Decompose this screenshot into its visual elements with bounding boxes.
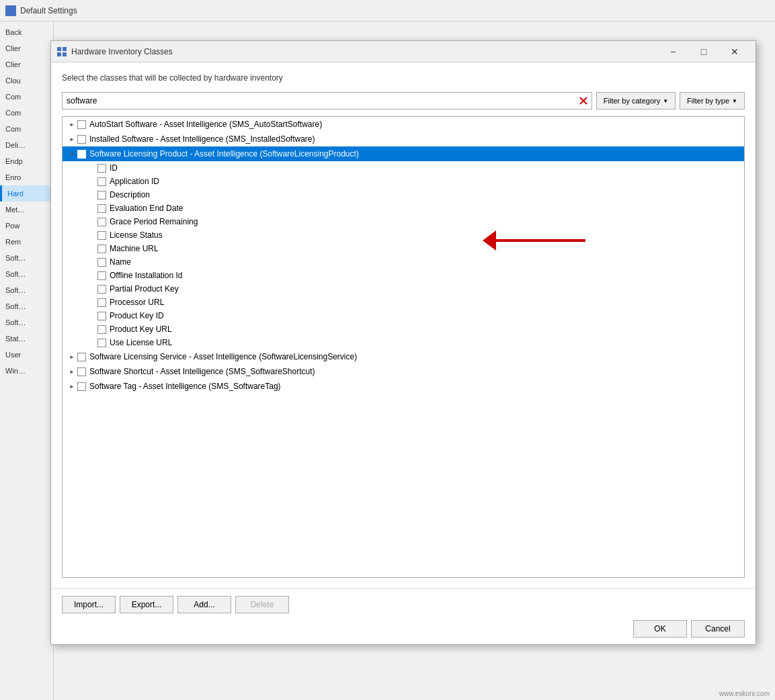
footer-action-buttons: Import... Export... Add... Delete [62,596,745,613]
sidebar-item-soft[interactable]: Soft… [0,266,53,282]
checkbox-c-prodkeyid[interactable] [97,312,106,320]
export-button[interactable]: Export... [120,596,173,613]
checkbox-c-desc[interactable] [97,191,106,200]
tree-item-c-licstatus[interactable]: License Status [63,228,744,242]
tree-item-c-appid[interactable]: Application ID [63,175,744,188]
cancel-button[interactable]: Cancel [691,620,745,638]
sidebar-item-deli[interactable]: Deli… [0,137,53,153]
tree-item-c-name[interactable]: Name [63,255,744,269]
dialog-window-controls: − □ ✕ [657,41,750,62]
tree-item-c-prodkeyid[interactable]: Product Key ID [63,309,744,322]
sidebar-item-clou[interactable]: Clou [0,73,53,89]
sidebar-item-enro[interactable]: Enro [0,169,53,185]
tree-item-c-procurl[interactable]: Processor URL [63,296,744,309]
tree-expander-shortcut[interactable]: ► [67,366,77,377]
tree-label-c-name: Name [110,257,131,267]
checkbox-c-procurl[interactable] [97,298,106,307]
add-button[interactable]: Add... [177,596,231,613]
checkbox-tag[interactable] [77,382,86,391]
dialog-title: Hardware Inventory Classes [71,47,653,56]
sidebar-item-win[interactable]: Win… [0,363,53,379]
sidebar-item-stat[interactable]: Stat… [0,331,53,347]
tree-item-licensing[interactable]: ▼Software Licensing Product - Asset Inte… [63,146,744,161]
checkbox-shortcut[interactable] [77,367,86,376]
tree-item-tag[interactable]: ►Software Tag - Asset Intelligence (SMS_… [63,379,744,394]
sidebar-item-soft[interactable]: Soft… [0,250,53,266]
checkbox-installed[interactable] [77,135,86,144]
sidebar-item-com[interactable]: Com [0,89,53,105]
sidebar-item-met[interactable]: Met… [0,202,53,218]
svg-rect-3 [11,11,15,15]
tree-item-c-offlineid[interactable]: Offline Installation Id [63,269,744,282]
maximize-button[interactable]: □ [688,41,719,62]
tree-expander-licensing[interactable]: ▼ [67,148,77,159]
tree-item-c-partkey[interactable]: Partial Product Key [63,282,744,296]
sidebar-item-soft[interactable]: Soft… [0,298,53,314]
checkbox-c-uselicurl[interactable] [97,339,106,347]
checkbox-c-grace[interactable] [97,218,106,226]
sidebar-item-com[interactable]: Com [0,105,53,121]
tree-item-autostart[interactable]: ►AutoStart Software - Asset Intelligence… [63,117,744,132]
checkbox-c-prodkeyurl[interactable] [97,325,106,334]
checkbox-c-evalend[interactable] [97,204,106,213]
svg-rect-4 [57,47,61,51]
sidebar-item-endp[interactable]: Endp [0,153,53,169]
tree-label-installed: Installed Software - Asset Intelligence … [89,134,315,144]
tree-expander-installed[interactable]: ► [67,134,77,144]
checkbox-licensing[interactable] [77,150,86,159]
search-clear-button[interactable] [575,93,592,109]
tree-label-c-id: ID [110,163,118,173]
close-button[interactable]: ✕ [719,41,750,62]
sidebar-item-soft[interactable]: Soft… [0,314,53,331]
checkbox-c-id[interactable] [97,164,106,173]
svg-rect-2 [6,11,10,15]
search-input-wrapper [62,92,592,110]
tree-item-c-machurl[interactable]: Machine URL [63,242,744,255]
hardware-inventory-dialog: Hardware Inventory Classes − □ ✕ Select … [50,40,756,645]
dialog-description: Select the classes that will be collecte… [62,73,745,83]
tree-item-c-evalend[interactable]: Evaluation End Date [63,202,744,215]
tree-label-service: Software Licensing Service - Asset Intel… [89,352,357,361]
ok-button[interactable]: OK [633,620,687,638]
checkbox-service[interactable] [77,353,86,361]
checkbox-autostart[interactable] [77,120,86,129]
checkbox-c-machurl[interactable] [97,245,106,253]
tree-label-c-appid: Application ID [110,177,159,186]
sidebar-item-soft[interactable]: Soft… [0,282,53,298]
tree-item-shortcut[interactable]: ►Software Shortcut - Asset Intelligence … [63,364,744,379]
minimize-button[interactable]: − [657,41,688,62]
tree-expander-tag[interactable]: ► [67,381,77,392]
footer-confirm-buttons: OK Cancel [62,620,745,638]
tree-item-c-grace[interactable]: Grace Period Remaining [63,215,744,228]
import-button[interactable]: Import... [62,596,116,613]
class-tree-container: ►AutoStart Software - Asset Intelligence… [62,116,745,578]
sidebar-item-hard[interactable]: Hard [0,185,53,202]
tree-label-c-prodkeyid: Product Key ID [110,311,164,320]
tree-item-installed[interactable]: ►Installed Software - Asset Intelligence… [63,132,744,146]
tree-item-c-desc[interactable]: Description [63,188,744,202]
checkbox-c-offlineid[interactable] [97,271,106,280]
filter-by-type-button[interactable]: Filter by type ▼ [680,92,745,110]
delete-button[interactable]: Delete [235,596,289,613]
tree-expander-autostart[interactable]: ► [67,119,77,130]
tree-item-c-id[interactable]: ID [63,161,744,175]
sidebar-item-pow[interactable]: Pow [0,218,53,234]
checkbox-c-licstatus[interactable] [97,231,106,240]
checkbox-c-partkey[interactable] [97,285,106,294]
search-input[interactable] [63,93,575,109]
sidebar-item-com[interactable]: Com [0,121,53,137]
tree-item-c-prodkeyurl[interactable]: Product Key URL [63,322,744,336]
sidebar-item-clier[interactable]: Clier [0,56,53,73]
sidebar: BackClierClierClouComComComDeli…EndpEnro… [0,21,54,700]
sidebar-item-rem[interactable]: Rem [0,234,53,250]
sidebar-item-back[interactable]: Back [0,24,53,40]
sidebar-item-clier[interactable]: Clier [0,40,53,56]
tree-item-c-uselicurl[interactable]: Use License URL [63,336,744,349]
tree-item-service[interactable]: ►Software Licensing Service - Asset Inte… [63,349,744,364]
checkbox-c-name[interactable] [97,258,106,267]
tree-label-licensing: Software Licensing Product - Asset Intel… [89,149,359,159]
sidebar-item-user[interactable]: User [0,347,53,363]
filter-by-category-button[interactable]: Filter by category ▼ [596,92,676,110]
checkbox-c-appid[interactable] [97,177,106,186]
tree-expander-service[interactable]: ► [67,351,77,362]
